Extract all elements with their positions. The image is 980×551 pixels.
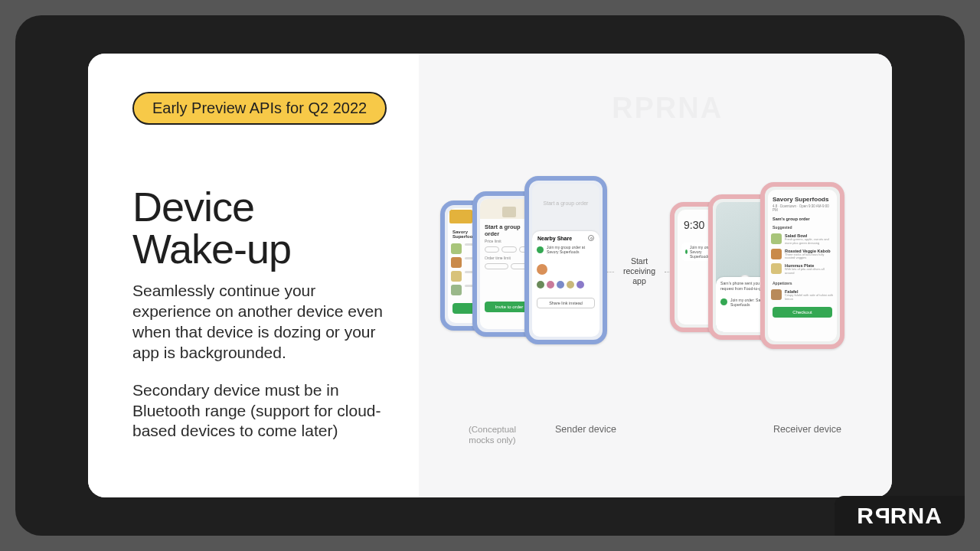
title-line-1: Device bbox=[132, 184, 254, 230]
food-item: Hummus PlateWith lots of pita and olives… bbox=[771, 262, 834, 277]
description-paragraph-1: Seamlessly continue your experience on a… bbox=[132, 281, 397, 364]
restaurant-title: Savory Superfoods bbox=[768, 190, 837, 204]
preview-badge: Early Preview APIs for Q2 2022 bbox=[132, 92, 387, 125]
presentation-slide: Early Preview APIs for Q2 2022 Device Wa… bbox=[88, 54, 892, 497]
avatar-icon bbox=[537, 264, 547, 275]
illustration-panel: RPRNA Savory Superfoods bbox=[419, 54, 892, 497]
rprna-logo-badge: RPRNA bbox=[835, 496, 965, 536]
title-line-2: Wake-up bbox=[132, 226, 291, 272]
food-item-list: Salad BowlFresh greens, apple, carrots a… bbox=[768, 230, 837, 279]
food-item: Salad BowlFresh greens, apple, carrots a… bbox=[771, 232, 834, 247]
nearby-share-title: Nearby Share bbox=[537, 236, 572, 241]
watermark-text: RPRNA bbox=[612, 92, 723, 125]
connector-label: Start receiving app bbox=[614, 256, 665, 286]
description-paragraph-2: Secondary device must be in Bluetooth ra… bbox=[132, 380, 397, 442]
receiver-phone-front: Savory Superfoods 4.8 · Downtown · Open … bbox=[760, 182, 844, 349]
food-item: Roasted Veggie KabobThree sticks of luxu… bbox=[771, 247, 834, 262]
caption-receiver: Receiver device bbox=[773, 424, 841, 435]
share-item-text: Join my group order at Savory Superfoods bbox=[547, 245, 595, 254]
sender-phone-front: Start a group order Nearby Share bbox=[524, 176, 607, 344]
caption-conceptual: (Conceptual mocks only) bbox=[462, 424, 523, 446]
slide-title: Device Wake-up bbox=[132, 186, 397, 270]
food-item: FalafelCrispy falafel with side of tahin… bbox=[771, 288, 834, 303]
text-panel: Early Preview APIs for Q2 2022 Device Wa… bbox=[88, 54, 419, 497]
checkout-button: Checkout bbox=[773, 307, 832, 318]
settings-icon bbox=[588, 235, 594, 241]
video-frame: Early Preview APIs for Q2 2022 Device Wa… bbox=[15, 15, 965, 536]
slide-description: Seamlessly continue your experience on a… bbox=[132, 281, 397, 442]
share-link-button: Share link instead bbox=[537, 298, 595, 308]
connector-line-3: app bbox=[632, 276, 646, 286]
group-order-heading: Sam's group order bbox=[768, 215, 837, 223]
appetizers-heading: Appetizers bbox=[768, 279, 837, 286]
caption-sender: Sender device bbox=[555, 424, 616, 435]
share-item-icon bbox=[537, 246, 544, 253]
restaurant-sub: 4.8 · Downtown · Open 9:30 AM-9:00 PM bbox=[768, 204, 837, 215]
front-bg-title: Start a group order bbox=[532, 184, 599, 223]
connector-line-2: receiving bbox=[623, 266, 655, 276]
suggested-heading: Suggested bbox=[768, 223, 837, 230]
connector-line-1: Start bbox=[631, 256, 648, 266]
